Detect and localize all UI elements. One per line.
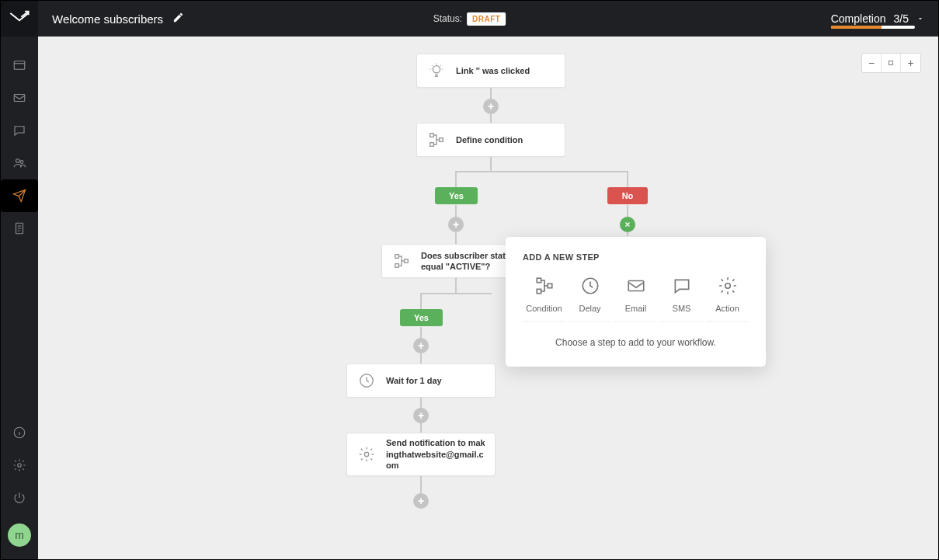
svg-rect-9 <box>430 134 434 137</box>
status-section: Status: DRAFT <box>433 12 506 26</box>
sidebar-item-forms[interactable] <box>1 212 38 245</box>
badge-yes[interactable]: Yes <box>435 187 478 204</box>
svg-rect-21 <box>628 281 644 291</box>
svg-rect-7 <box>889 61 893 65</box>
connector <box>455 171 628 172</box>
node-condition-1-label: Define condition <box>456 135 523 144</box>
avatar[interactable]: m <box>8 523 31 547</box>
popover-option-delay[interactable]: Delay <box>569 276 611 322</box>
workflow-canvas[interactable]: − + L <box>38 37 938 559</box>
clock-icon <box>358 372 375 389</box>
zoom-out-button[interactable]: − <box>862 54 882 72</box>
svg-rect-19 <box>548 283 551 287</box>
sidebar-item-email[interactable] <box>1 82 38 114</box>
svg-point-8 <box>433 66 440 73</box>
add-step-button[interactable]: + <box>413 408 429 423</box>
popover-title: ADD A NEW STEP <box>523 252 749 262</box>
topbar: Welcome subscribers Status: DRAFT Comple… <box>38 1 938 37</box>
svg-rect-12 <box>395 255 399 259</box>
node-trigger[interactable]: Link '' was clicked <box>416 54 565 88</box>
zoom-fit-button[interactable] <box>882 54 901 72</box>
svg-rect-10 <box>430 143 434 147</box>
completion-progress-fill <box>831 26 882 29</box>
add-step-button[interactable]: + <box>413 493 429 509</box>
completion-progress <box>831 26 915 29</box>
status-badge: DRAFT <box>467 12 506 26</box>
svg-point-3 <box>20 161 23 164</box>
svg-rect-14 <box>405 259 409 263</box>
status-label: Status: <box>433 13 462 24</box>
node-condition-1[interactable]: Define condition <box>416 123 565 157</box>
svg-point-6 <box>18 464 22 468</box>
node-delay[interactable]: Wait for 1 day <box>346 363 496 398</box>
node-delay-label: Wait for 1 day <box>386 376 442 385</box>
chevron-down-icon[interactable] <box>916 12 924 26</box>
svg-rect-0 <box>14 61 25 70</box>
connector <box>455 277 457 294</box>
node-action-label: Send notification to makingthatwebsite@g… <box>386 437 487 472</box>
badge-no[interactable]: No <box>607 187 648 204</box>
zoom-in-button[interactable]: + <box>901 54 920 72</box>
popover-option-label: Condition <box>526 304 562 313</box>
sidebar-item-chat[interactable] <box>1 114 38 147</box>
condition-icon <box>393 252 410 270</box>
connector <box>490 155 492 172</box>
gear-icon <box>358 446 375 463</box>
popover-option-label: SMS <box>673 304 691 313</box>
popover-option-label: Action <box>715 304 739 313</box>
popover-option-condition[interactable]: Condition <box>523 276 565 322</box>
svg-rect-17 <box>537 278 541 282</box>
node-action[interactable]: Send notification to makingthatwebsite@g… <box>346 433 496 476</box>
svg-rect-13 <box>395 264 399 268</box>
svg-point-16 <box>364 452 369 457</box>
sidebar-item-settings[interactable] <box>1 449 38 482</box>
connector <box>420 293 492 294</box>
badge-yes-2[interactable]: Yes <box>400 309 443 326</box>
edit-name-icon[interactable] <box>172 12 184 26</box>
condition-icon <box>428 131 445 148</box>
completion[interactable]: Completion 3/5 <box>831 12 924 26</box>
add-step-button[interactable]: + <box>413 338 429 353</box>
svg-point-2 <box>16 159 20 163</box>
add-step-button[interactable]: + <box>448 217 464 232</box>
sidebar-item-automations[interactable] <box>1 179 38 212</box>
app-logo[interactable] <box>1 1 38 37</box>
popover-footer: Choose a step to add to your workflow. <box>523 337 749 348</box>
add-step-button-active[interactable] <box>620 217 635 232</box>
node-trigger-label: Link '' was clicked <box>456 66 530 75</box>
svg-rect-1 <box>14 95 25 102</box>
svg-rect-11 <box>440 138 443 142</box>
sidebar: m <box>1 1 38 559</box>
lightbulb-icon <box>428 62 445 79</box>
completion-count: 3/5 <box>894 12 909 25</box>
sidebar-item-info[interactable] <box>1 416 38 449</box>
popover-option-label: Email <box>625 304 647 313</box>
main: Welcome subscribers Status: DRAFT Comple… <box>38 1 938 559</box>
svg-point-22 <box>725 283 730 289</box>
add-step-popover: ADD A NEW STEP Condition Delay Email <box>506 237 766 367</box>
popover-option-sms[interactable]: SMS <box>660 276 703 322</box>
svg-rect-18 <box>537 289 541 293</box>
sidebar-item-contacts[interactable] <box>1 147 38 179</box>
completion-label: Completion <box>831 12 886 25</box>
popover-option-label: Delay <box>579 304 600 313</box>
add-step-button[interactable]: + <box>483 99 499 114</box>
workflow-name: Welcome subscribers <box>52 12 163 26</box>
sidebar-item-power[interactable] <box>1 482 38 514</box>
sidebar-item-dashboard[interactable] <box>1 49 38 82</box>
popover-option-email[interactable]: Email <box>614 276 657 322</box>
popover-option-action[interactable]: Action <box>706 276 749 322</box>
zoom-controls: − + <box>861 53 921 73</box>
